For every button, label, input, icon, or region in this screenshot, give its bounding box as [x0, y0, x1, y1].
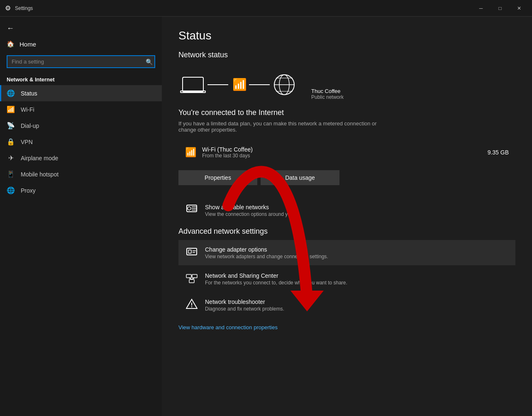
networks-icon: [185, 203, 198, 217]
connected-title: You're connected to the Internet: [178, 108, 515, 117]
svg-rect-0: [183, 77, 203, 92]
svg-point-26: [191, 306, 192, 307]
titlebar-title: Settings: [15, 5, 33, 11]
adapter-icon: [185, 246, 198, 259]
show-networks-text: Show available networks View the connect…: [205, 204, 295, 217]
titlebar-left: ⚙ Settings: [5, 4, 33, 12]
connected-desc: If you have a limited data plan, you can…: [178, 120, 394, 133]
properties-button[interactable]: Properties: [178, 170, 257, 185]
sidebar-item-home[interactable]: 🏠 Home: [0, 36, 162, 52]
svg-point-11: [188, 207, 191, 210]
troubleshoot-icon: [185, 298, 198, 312]
sharing-center-item[interactable]: Network and Sharing Center For the netwo…: [178, 266, 515, 291]
dialup-label: Dial-up: [21, 122, 39, 129]
show-networks-sub: View the connection options around you.: [205, 211, 295, 217]
wifi-usage: 9.35 GB: [488, 149, 509, 156]
status-label: Status: [21, 90, 37, 97]
troubleshoot-title: Network troubleshooter: [205, 299, 284, 305]
hotspot-icon: 📱: [7, 170, 15, 178]
network-name-container: Thuc Coffee Public network: [311, 88, 344, 100]
airplane-icon: ✈: [7, 154, 15, 162]
airplane-label: Airplane mode: [21, 155, 58, 162]
sharing-sub: For the networks you connect to, decide …: [205, 280, 347, 286]
svg-rect-19: [186, 274, 191, 278]
wifi-card-info: Wi-Fi (Thuc Coffee) From the last 30 day…: [202, 146, 253, 159]
titlebar: ⚙ Settings ─ □ ✕: [0, 0, 532, 17]
search-input[interactable]: [7, 55, 155, 68]
page-title: Status: [178, 29, 515, 42]
home-label: Home: [20, 41, 36, 48]
sidebar-item-wifi[interactable]: 📶 Wi-Fi: [0, 101, 162, 117]
sidebar-item-dialup[interactable]: 📡 Dial-up: [0, 117, 162, 134]
show-networks-item[interactable]: Show available networks View the connect…: [178, 198, 515, 223]
network-diagram: 📶 Thuc Coffee Public network: [178, 67, 515, 100]
troubleshoot-sub: Diagnose and fix network problems.: [205, 306, 284, 312]
titlebar-controls: ─ □ ✕: [471, 0, 529, 17]
adapter-sub: View network adapters and change connect…: [205, 254, 328, 259]
sidebar-item-vpn[interactable]: 🔒 VPN: [0, 134, 162, 150]
svg-text:📶: 📶: [232, 78, 247, 91]
svg-rect-20: [192, 274, 197, 278]
main-content: Status Network status 📶: [162, 17, 532, 343]
wifi-name: Wi-Fi (Thuc Coffee): [202, 146, 253, 153]
sidebar-item-hotspot[interactable]: 📱 Mobile hotspot: [0, 166, 162, 182]
adapter-text: Change adapter options View network adap…: [205, 246, 328, 259]
search-button[interactable]: 🔍: [146, 59, 153, 65]
maximize-button[interactable]: □: [491, 0, 510, 17]
troubleshoot-item[interactable]: Network troubleshooter Diagnose and fix …: [178, 292, 515, 318]
adapter-title: Change adapter options: [205, 246, 328, 253]
wifi-card-left: 📶 Wi-Fi (Thuc Coffee) From the last 30 d…: [185, 146, 253, 159]
svg-rect-16: [188, 250, 191, 253]
app-container: ← 🏠 Home 🔍 Network & Internet 🌐 Status 📶…: [0, 17, 532, 416]
network-name: Thuc Coffee: [311, 88, 344, 94]
advanced-title: Advanced network settings: [178, 227, 515, 236]
adapter-options-item[interactable]: Change adapter options View network adap…: [178, 240, 515, 265]
wifi-sub: From the last 30 days: [202, 153, 253, 159]
search-box: 🔍: [7, 55, 155, 68]
back-button[interactable]: ←: [0, 21, 162, 36]
show-networks-title: Show available networks: [205, 204, 295, 210]
network-type: Public network: [311, 94, 344, 100]
view-hardware-link[interactable]: View hardware and connection properties: [178, 324, 278, 330]
troubleshoot-text: Network troubleshooter Diagnose and fix …: [205, 299, 284, 312]
btn-row: Properties Data usage: [178, 170, 515, 185]
proxy-label: Proxy: [21, 187, 36, 194]
sidebar-item-status[interactable]: 🌐 Status: [0, 85, 162, 101]
sidebar-item-proxy[interactable]: 🌐 Proxy: [0, 182, 162, 198]
proxy-icon: 🌐: [7, 186, 15, 194]
wifi-card: 📶 Wi-Fi (Thuc Coffee) From the last 30 d…: [178, 141, 515, 164]
minimize-button[interactable]: ─: [471, 0, 491, 17]
wifi-card-icon: 📶: [185, 147, 196, 158]
vpn-label: VPN: [21, 139, 33, 145]
back-icon: ←: [7, 24, 14, 33]
connection-status: You're connected to the Internet If you …: [178, 108, 515, 133]
dialup-icon: 📡: [7, 122, 15, 130]
svg-rect-21: [189, 279, 194, 283]
home-icon: 🏠: [7, 40, 15, 48]
vpn-icon: 🔒: [7, 138, 15, 146]
sharing-icon: [185, 272, 198, 286]
main-wrapper: Status Network status 📶: [162, 17, 532, 416]
sidebar-section-title: Network & Internet: [0, 71, 162, 85]
sharing-title: Network and Sharing Center: [205, 272, 347, 279]
wifi-icon: 📶: [7, 105, 15, 113]
status-icon: 🌐: [7, 89, 15, 97]
app-icon: ⚙: [5, 4, 11, 12]
network-status-title: Network status: [178, 51, 515, 59]
wifi-label: Wi-Fi: [21, 106, 34, 113]
hotspot-label: Mobile hotspot: [21, 171, 59, 178]
data-usage-button[interactable]: Data usage: [261, 170, 339, 185]
sidebar-item-airplane[interactable]: ✈ Airplane mode: [0, 150, 162, 166]
close-button[interactable]: ✕: [510, 0, 529, 17]
sharing-text: Network and Sharing Center For the netwo…: [205, 272, 347, 286]
sidebar: ← 🏠 Home 🔍 Network & Internet 🌐 Status 📶…: [0, 17, 162, 416]
